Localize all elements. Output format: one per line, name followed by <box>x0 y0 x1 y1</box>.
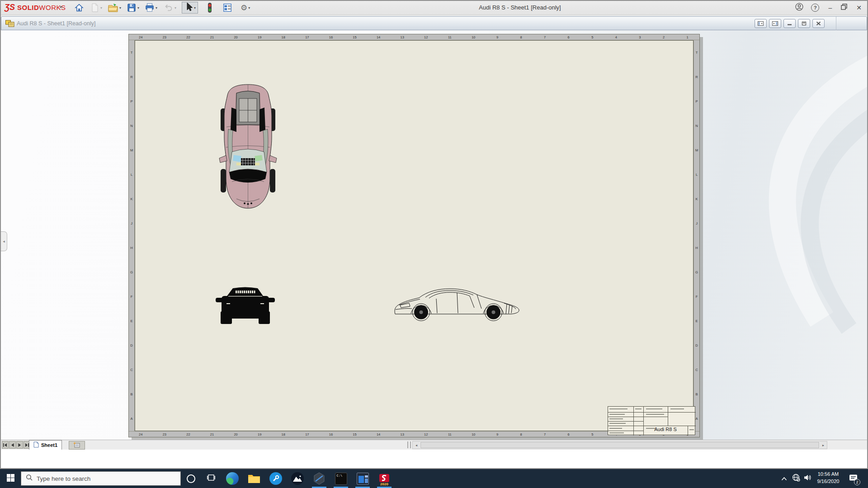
zone-label: G <box>694 260 699 285</box>
zone-label: D <box>129 333 134 358</box>
zone-label: 10 <box>462 432 486 437</box>
zone-strip-right: TRPNMLKJHGFEDCBA <box>693 40 699 431</box>
document-title-bar: Audi R8 S - Sheet1 [Read-only] <box>1 16 867 30</box>
scroll-right-button[interactable]: ▸ <box>820 441 827 449</box>
zone-label: 22 <box>176 34 200 40</box>
zone-label: 24 <box>129 432 153 437</box>
performance-evaluation-button[interactable] <box>205 2 214 14</box>
scroll-left-button[interactable]: ◂ <box>413 441 420 449</box>
save-button[interactable]: ▾ <box>126 2 140 14</box>
start-button[interactable] <box>0 469 21 488</box>
cortana-button[interactable] <box>181 469 201 488</box>
save-icon <box>127 3 137 13</box>
open-button[interactable]: ▾ <box>107 2 122 14</box>
zone-label: N <box>694 113 699 138</box>
action-center-button[interactable]: 2 <box>844 469 863 488</box>
brand-solid: SOLID <box>17 4 39 11</box>
select-tool-button[interactable]: ▾ <box>182 2 198 14</box>
close-button[interactable]: ✕ <box>854 4 863 11</box>
screen: ƷS SOLIDWORKS ▸ ▾ ▾ ▾ ▾ <box>0 0 868 488</box>
zone-label: 18 <box>271 432 295 437</box>
drawing-view-side[interactable] <box>393 286 522 325</box>
gear-icon: ⚙ <box>241 4 247 12</box>
menu-flyout-icon[interactable]: ▸ <box>60 4 62 9</box>
title-block: Audi R8 S <box>608 406 695 435</box>
zone-label: 19 <box>248 34 272 40</box>
zone-label: R <box>694 65 699 89</box>
zone-label: 20 <box>224 432 248 437</box>
dropdown-caret-icon[interactable]: ▾ <box>248 6 250 10</box>
print-button[interactable]: ▾ <box>144 2 158 14</box>
zone-label: 12 <box>414 34 438 40</box>
zone-label: B <box>129 382 134 407</box>
taskbar-clock[interactable]: 10:56 AM 9/16/2020 <box>814 471 843 485</box>
title-block-model-name: Audi R8 S <box>644 427 687 432</box>
zone-label: G <box>129 260 134 285</box>
zone-label: J <box>129 211 134 235</box>
zone-label: L <box>129 162 134 187</box>
document-minimize-button[interactable] <box>783 19 796 28</box>
dropdown-caret-icon[interactable]: ▾ <box>194 6 196 10</box>
zone-label: 17 <box>295 34 319 40</box>
tray-volume-button[interactable] <box>804 469 815 488</box>
previous-sheet-button[interactable] <box>9 441 16 449</box>
taskbar-media-app-icon[interactable] <box>352 469 373 488</box>
print-icon <box>145 3 155 13</box>
drawing-view-front[interactable] <box>216 285 275 327</box>
zone-label: M <box>129 138 134 162</box>
document-restore-button[interactable] <box>798 19 810 28</box>
zone-label: K <box>694 187 699 211</box>
task-view-icon <box>207 474 215 483</box>
taskbar-photos-icon[interactable] <box>287 469 308 488</box>
zone-label: 19 <box>248 432 272 437</box>
task-view-button[interactable] <box>202 469 221 488</box>
help-icon[interactable]: ? <box>811 4 819 12</box>
taskbar-3dexperience-icon[interactable] <box>308 469 330 488</box>
restore-button[interactable] <box>841 4 847 12</box>
next-sheet-button[interactable] <box>16 441 23 449</box>
drawing-view-top[interactable] <box>218 83 278 211</box>
drawing-sheet[interactable]: 242322212019181716151413121110987654321 … <box>128 34 700 437</box>
taskbar-tools-icon[interactable] <box>265 469 287 488</box>
graphics-viewport[interactable]: ◂ 24232221201918171615141312111098765432… <box>1 30 867 440</box>
zone-label: 8 <box>509 432 533 437</box>
zone-label: J <box>694 211 699 235</box>
dropdown-caret-icon[interactable]: ▾ <box>175 6 176 10</box>
taskbar-edge-icon[interactable] <box>222 469 243 488</box>
collapse-right-pane-button[interactable] <box>769 19 781 28</box>
dropdown-caret-icon[interactable]: ▾ <box>100 6 102 10</box>
options-button[interactable]: ⚙ ▾ <box>240 2 251 14</box>
zone-label: F <box>694 285 699 309</box>
account-icon[interactable] <box>795 2 804 13</box>
cortana-icon <box>187 474 195 483</box>
scrollbar-thumb[interactable] <box>420 442 819 448</box>
search-input[interactable] <box>37 475 159 482</box>
document-close-button[interactable] <box>812 19 825 28</box>
design-checker-button[interactable] <box>222 2 233 14</box>
tray-network-button[interactable] <box>792 469 803 488</box>
zone-label: 20 <box>224 34 248 40</box>
zone-label: 10 <box>462 34 486 40</box>
zone-label: 13 <box>390 432 414 437</box>
first-sheet-button[interactable] <box>2 441 9 449</box>
design-table-icon <box>222 3 232 13</box>
dropdown-caret-icon[interactable]: ▾ <box>119 6 121 10</box>
taskbar-solidworks-icon[interactable]: 2020 <box>373 469 395 488</box>
undo-button[interactable]: ▾ <box>163 2 177 14</box>
taskbar-search-box[interactable] <box>21 471 181 486</box>
add-sheet-button[interactable] <box>69 441 85 450</box>
dropdown-caret-icon[interactable]: ▾ <box>156 6 157 10</box>
dropdown-caret-icon[interactable]: ▾ <box>137 6 139 10</box>
taskbar-command-prompt-icon[interactable]: C:\ <box>330 469 352 488</box>
new-document-button[interactable]: ▾ <box>90 2 103 14</box>
pane-splitter-handle[interactable] <box>407 441 411 448</box>
taskbar-file-explorer-icon[interactable] <box>243 469 265 488</box>
tray-chevron-button[interactable] <box>781 469 791 488</box>
featuremanager-collapse-tab[interactable]: ◂ <box>1 231 7 251</box>
collapse-left-pane-button[interactable] <box>755 19 767 28</box>
zone-label: 14 <box>367 432 391 437</box>
home-button[interactable] <box>73 2 85 14</box>
minimize-button[interactable]: – <box>826 4 834 11</box>
tab-sheet1[interactable]: Sheet1 <box>29 440 62 450</box>
app-title: Audi R8 S - Sheet1 [Read-only] <box>479 4 561 11</box>
